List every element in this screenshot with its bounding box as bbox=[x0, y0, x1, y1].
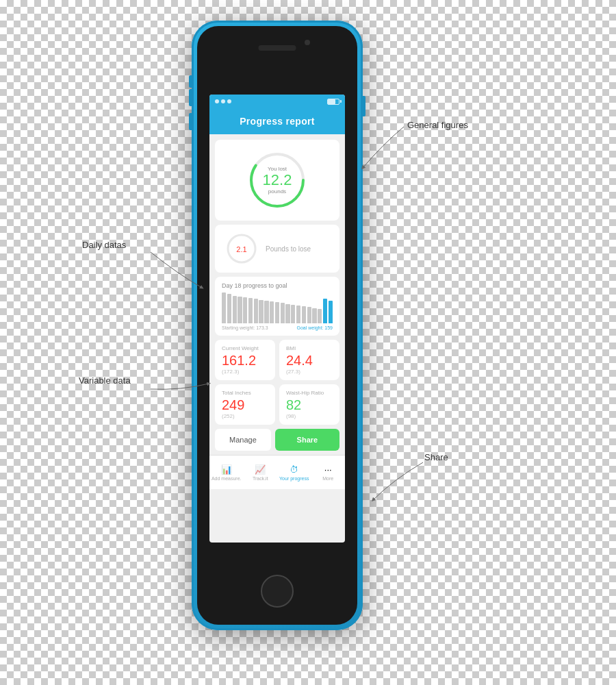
bar-14 bbox=[296, 306, 300, 323]
stat-label-0: Current Weight bbox=[222, 345, 268, 351]
mini-arc-chart: 2.1 bbox=[224, 232, 259, 266]
tab-track-it[interactable]: 📈 Track.it bbox=[244, 456, 278, 489]
volume-down-button[interactable] bbox=[189, 113, 192, 130]
bar-7 bbox=[259, 300, 263, 323]
chart-end-label: Goal weight: 159 bbox=[296, 325, 333, 330]
phone-shell: Progress report You lost 12.2 bbox=[192, 21, 363, 630]
chart-start-label: Starting weight: 173.3 bbox=[222, 325, 268, 330]
stat-prev-2: (252) bbox=[222, 413, 268, 419]
circle-inner: You lost 12.2 pounds bbox=[263, 166, 292, 195]
svg-text:2.1: 2.1 bbox=[236, 245, 246, 253]
bar-4 bbox=[243, 297, 247, 323]
mute-button[interactable] bbox=[189, 75, 192, 88]
annotation-variable-data: Variable data bbox=[79, 375, 131, 386]
stat-value-1: 24.4 bbox=[286, 353, 333, 368]
phone-bezel: Progress report You lost 12.2 bbox=[197, 26, 357, 625]
stat-label-1: BMI bbox=[286, 345, 333, 351]
bar-8 bbox=[264, 301, 268, 323]
bar-9 bbox=[270, 301, 274, 323]
chart-labels: Starting weight: 173.3 Goal weight: 159 bbox=[222, 325, 333, 330]
tab-track-icon: 📈 bbox=[255, 464, 266, 475]
nav-bar: Progress report bbox=[209, 108, 345, 134]
tab-add-measure-icon: 📊 bbox=[221, 464, 232, 475]
bar-13 bbox=[291, 305, 295, 323]
stat-label-3: Waist-Hip Ratio bbox=[286, 390, 333, 396]
status-bar bbox=[209, 95, 345, 108]
stat-label-2: Total Inches bbox=[222, 390, 268, 396]
bar-15 bbox=[302, 306, 306, 323]
phone-camera bbox=[305, 40, 310, 45]
stat-value-3: 82 bbox=[286, 397, 333, 412]
weight-lost-value: 12.2 bbox=[263, 172, 292, 188]
scene: General figures Daily datas Variable dat… bbox=[0, 0, 616, 685]
signal-dots bbox=[215, 99, 231, 103]
stat-waist-hip: Waist-Hip Ratio 82 (98) bbox=[279, 384, 339, 425]
bar-10 bbox=[275, 302, 279, 323]
phone-screen: Progress report You lost 12.2 bbox=[209, 95, 345, 543]
bar-1 bbox=[227, 294, 231, 323]
bar-5 bbox=[248, 298, 253, 323]
bar-6 bbox=[254, 299, 258, 323]
action-row: Manage Share bbox=[215, 429, 339, 451]
tab-more-label: More bbox=[322, 476, 333, 481]
stat-prev-3: (98) bbox=[286, 413, 333, 419]
bar-3 bbox=[238, 297, 242, 323]
signal-dot-2 bbox=[221, 99, 225, 103]
bar-11 bbox=[281, 303, 285, 323]
bar-16 bbox=[307, 307, 311, 323]
stat-value-2: 249 bbox=[222, 397, 268, 412]
bar-2 bbox=[233, 296, 237, 323]
phone-speaker bbox=[259, 45, 296, 51]
bar-17 bbox=[312, 308, 316, 324]
weight-lost-unit: pounds bbox=[263, 188, 292, 195]
stat-current-weight: Current Weight 161.2 (172.3) bbox=[215, 340, 275, 380]
weight-lost-card: You lost 12.2 pounds bbox=[215, 140, 339, 221]
stat-prev-0: (172.3) bbox=[222, 369, 268, 375]
bar-12 bbox=[285, 304, 290, 323]
bar-chart bbox=[222, 292, 333, 323]
tab-add-measure-label: Add measure. bbox=[211, 476, 242, 481]
share-button[interactable]: Share bbox=[275, 429, 339, 451]
tab-more-icon: ··· bbox=[324, 464, 332, 475]
stat-prev-1: (27.3) bbox=[286, 369, 333, 375]
annotation-share: Share bbox=[424, 452, 448, 462]
bar-18 bbox=[318, 309, 322, 323]
bar-20 bbox=[329, 301, 333, 323]
signal-dot-3 bbox=[227, 99, 231, 103]
page-title: Progress report bbox=[240, 116, 315, 127]
tab-your-progress[interactable]: ⏱ Your progress bbox=[277, 456, 311, 489]
bar-19 bbox=[323, 299, 327, 323]
pounds-label: Pounds to lose bbox=[266, 245, 311, 253]
weight-circle-chart: You lost 12.2 pounds bbox=[246, 149, 308, 211]
annotation-general-figures: General figures bbox=[407, 120, 468, 130]
tab-add-measure[interactable]: 📊 Add measure. bbox=[209, 456, 244, 489]
pounds-to-lose-row: 2.1 Pounds to lose bbox=[215, 225, 339, 273]
stat-total-inches: Total Inches 249 (252) bbox=[215, 384, 275, 425]
manage-button[interactable]: Manage bbox=[215, 429, 271, 451]
tab-bar: 📊 Add measure. 📈 Track.it ⏱ Your progres… bbox=[209, 455, 345, 489]
tab-progress-label: Your progress bbox=[279, 476, 309, 481]
signal-dot-1 bbox=[215, 99, 219, 103]
power-button[interactable] bbox=[363, 96, 365, 116]
stats-grid: Current Weight 161.2 (172.3) BMI 24.4 (2… bbox=[215, 340, 339, 425]
tab-more[interactable]: ··· More bbox=[311, 456, 346, 489]
tab-track-label: Track.it bbox=[253, 476, 268, 481]
stat-value-0: 161.2 bbox=[222, 353, 268, 368]
bar-0 bbox=[222, 292, 226, 323]
battery-fill bbox=[328, 99, 335, 104]
annotation-daily-datas: Daily datas bbox=[82, 240, 126, 250]
tab-progress-icon: ⏱ bbox=[290, 464, 298, 475]
chart-card: Day 18 progress to goal Starting weight:… bbox=[215, 277, 339, 336]
mini-arc-svg: 2.1 bbox=[224, 232, 259, 266]
home-button[interactable] bbox=[261, 575, 294, 608]
chart-title: Day 18 progress to goal bbox=[222, 282, 333, 289]
volume-up-button[interactable] bbox=[189, 89, 192, 106]
stat-bmi: BMI 24.4 (27.3) bbox=[279, 340, 339, 380]
battery-indicator bbox=[327, 99, 339, 105]
